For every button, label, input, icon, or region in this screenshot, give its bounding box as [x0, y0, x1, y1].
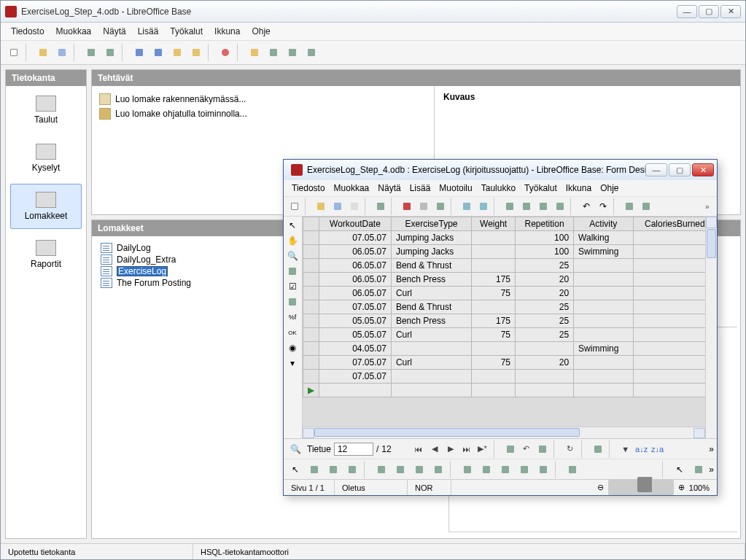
cmenu-taulukko[interactable]: Taulukko [478, 182, 519, 194]
activation-icon[interactable] [535, 461, 552, 478]
cell-weight[interactable]: 75 [472, 328, 516, 342]
find-record-icon[interactable]: 🔍 [287, 440, 304, 458]
cell-workoutdate[interactable]: 07.05.07 [319, 231, 392, 245]
col-exercisetype[interactable]: ExerciseType [391, 217, 471, 231]
data-grid[interactable]: WorkoutDate ExerciseType Weight Repetiti… [303, 217, 717, 397]
enter-group-icon[interactable] [459, 461, 476, 478]
cell-exercisetype[interactable]: Curl [391, 328, 471, 342]
cell-weight[interactable] [472, 259, 516, 273]
table-row[interactable]: 05.05.07Curl7525 [303, 328, 717, 342]
mail-icon[interactable] [346, 198, 362, 214]
open-icon[interactable] [313, 198, 329, 214]
print-preview-icon[interactable] [432, 198, 448, 214]
cell-caloriesburned[interactable]: 2 [633, 231, 716, 245]
hyperlink-icon[interactable] [621, 198, 637, 214]
table-row[interactable]: 06.05.07Bend & Thrust25 [303, 259, 717, 273]
cell-activity[interactable] [574, 314, 634, 328]
last-record-icon[interactable]: ⏭ [460, 443, 473, 456]
cell-exercisetype[interactable] [391, 370, 471, 384]
control-icon[interactable] [325, 461, 342, 478]
maximize-button[interactable]: ▢ [699, 5, 719, 18]
design-overflow-icon[interactable]: » [709, 464, 714, 475]
row-handle[interactable] [303, 273, 319, 287]
row-handle[interactable] [303, 370, 319, 384]
cell-exercisetype[interactable]: Bench Press [391, 314, 471, 328]
hscroll-thumb[interactable] [314, 428, 580, 437]
refresh-icon[interactable]: ↻ [564, 443, 577, 456]
child-minimize-button[interactable]: ― [645, 163, 667, 176]
redo-icon[interactable]: ↷ [595, 198, 611, 214]
empty-cell[interactable] [472, 384, 516, 397]
text-field-icon[interactable] [285, 264, 300, 279]
empty-cell[interactable] [516, 384, 574, 397]
row-handle[interactable] [303, 231, 319, 245]
cell-exercisetype[interactable]: Jumping Jacks [391, 231, 471, 245]
cell-weight[interactable]: 75 [472, 287, 516, 300]
nav-reports[interactable]: Raportit [10, 232, 82, 277]
menu-ikkuna[interactable]: Ikkuna [210, 25, 244, 38]
cell-activity[interactable] [574, 273, 634, 287]
row-handle[interactable] [303, 342, 319, 356]
scroll-right-icon[interactable] [693, 428, 705, 438]
copy-icon[interactable] [518, 198, 535, 214]
cell-repetition[interactable]: 25 [516, 300, 574, 314]
cell-weight[interactable]: 175 [472, 314, 516, 328]
sort-asc-icon[interactable] [131, 44, 148, 61]
table-row[interactable]: 07.05.07 [303, 370, 717, 384]
copy-icon[interactable] [82, 44, 100, 61]
cell-repetition[interactable]: 100 [516, 231, 574, 245]
nav-queries[interactable]: Kyselyt [10, 136, 82, 181]
cell-activity[interactable] [574, 356, 634, 370]
cmenu-muokkaa[interactable]: Muokkaa [330, 182, 373, 194]
cell-exercisetype[interactable]: Bend & Thrust [391, 259, 471, 273]
cell-workoutdate[interactable]: 06.05.07 [319, 287, 392, 300]
cell-workoutdate[interactable]: 06.05.07 [319, 245, 392, 259]
cell-repetition[interactable]: 25 [516, 328, 574, 342]
col-workoutdate[interactable]: WorkoutDate [319, 217, 392, 231]
new-record-icon[interactable]: ▶* [476, 443, 489, 456]
cell-repetition[interactable]: 20 [516, 287, 574, 300]
group-icon[interactable] [411, 461, 428, 478]
report-icon[interactable] [187, 44, 205, 61]
cell-repetition[interactable]: 25 [516, 314, 574, 328]
cell-workoutdate[interactable]: 07.05.07 [319, 370, 392, 384]
cell-exercisetype[interactable]: Bend & Thrust [391, 300, 471, 314]
row-handle[interactable] [303, 259, 319, 273]
cell-weight[interactable]: 175 [472, 273, 516, 287]
cell-activity[interactable]: Walking [574, 231, 634, 245]
sort-desc-nav-icon[interactable]: z↓a [651, 443, 664, 456]
cell-caloriesburned[interactable] [633, 287, 716, 300]
cut-icon[interactable] [502, 198, 518, 214]
row-handle[interactable] [303, 245, 319, 259]
percent-icon[interactable]: %f [285, 310, 300, 324]
paste-icon[interactable] [535, 198, 551, 214]
position-icon[interactable] [373, 461, 390, 478]
col-activity[interactable]: Activity [574, 217, 634, 231]
cell-caloriesburned[interactable] [633, 328, 716, 342]
format-paint-icon[interactable] [552, 198, 568, 214]
sort-icon[interactable] [591, 443, 605, 456]
empty-cell[interactable] [633, 384, 716, 397]
cell-weight[interactable] [472, 231, 516, 245]
cell-weight[interactable] [472, 300, 516, 314]
row-handle[interactable] [303, 328, 319, 342]
delete-record-icon[interactable] [536, 443, 549, 456]
tab-order-icon[interactable] [497, 461, 514, 478]
form-nav-icon[interactable] [343, 461, 361, 478]
minimize-button[interactable]: ― [677, 5, 697, 18]
cell-exercisetype[interactable] [391, 342, 471, 356]
sort-asc-nav-icon[interactable]: a↓z [635, 443, 648, 456]
new-doc-icon[interactable] [287, 198, 303, 214]
row-handle[interactable] [303, 356, 319, 370]
cell-caloriesburned[interactable] [633, 370, 716, 384]
cell-activity[interactable] [574, 328, 634, 342]
cell-caloriesburned[interactable]: 1 [633, 245, 716, 259]
open-icon[interactable] [34, 44, 52, 61]
col-repetition[interactable]: Repetition [516, 217, 574, 231]
nav-tables[interactable]: Taulut [10, 88, 82, 133]
row-handle[interactable] [303, 314, 319, 328]
label-icon[interactable] [285, 295, 300, 309]
menu-muokkaa[interactable]: Muokkaa [52, 25, 96, 38]
cell-repetition[interactable]: 25 [516, 259, 574, 273]
pointer2-icon[interactable]: ↖ [671, 461, 688, 478]
